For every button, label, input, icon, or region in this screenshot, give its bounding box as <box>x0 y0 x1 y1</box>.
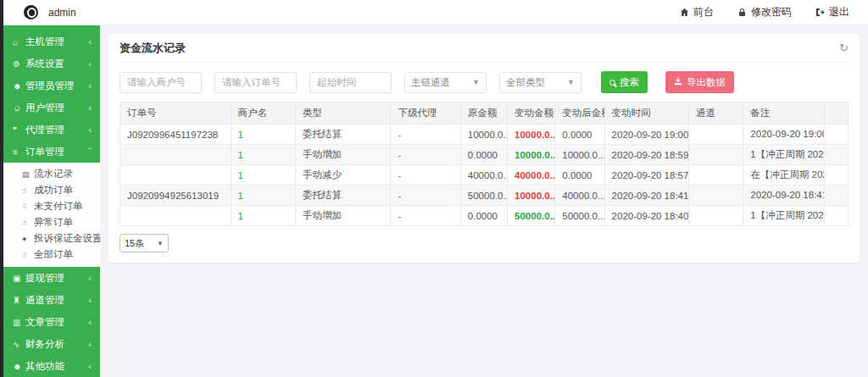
sidebar-subitem-complaint-deposit-settings[interactable]: ● 投诉保证金设置 <box>3 230 100 247</box>
cell-after: 0.0000 <box>555 165 604 186</box>
chevron-left-icon: ‹ <box>88 339 92 349</box>
table-row: 1 手动减少 - 40000.0... 40000.0... 0.0000 20… <box>120 165 849 186</box>
chevron-left-icon: ‹ <box>88 80 92 91</box>
chevron-down-icon: ▼ <box>567 78 575 86</box>
cell-order-no: J0920996451197238 <box>120 125 231 145</box>
sidebar-subitem-abnormal-orders[interactable]: ☝ 异常订单 <box>3 214 100 230</box>
topnav-logout[interactable]: 退出 <box>815 5 849 19</box>
sidebar-item-system-settings[interactable]: ⚙ 系统设置 ‹ <box>3 53 100 75</box>
sidebar-item-finance-analysis[interactable]: ∿ 财务分析 ‹ <box>3 333 100 355</box>
cell-channel <box>689 206 743 226</box>
chevron-left-icon: ‹ <box>88 317 92 327</box>
cell-agent: - <box>391 186 460 206</box>
comments-icon: ❞ <box>13 125 25 135</box>
topnav: 前台 修改密码 退出 <box>680 5 849 19</box>
sidebar-item-user-management[interactable]: ☺ 用户管理 ‹ <box>3 97 100 119</box>
sidebar-item-agent-management[interactable]: ❞ 代理管理 ‹ <box>3 119 100 141</box>
cell-agent: - <box>391 206 460 226</box>
order-no-input[interactable] <box>214 72 297 93</box>
chevron-down-icon: ˇ <box>88 147 92 157</box>
cell-empty <box>824 206 848 226</box>
brand: admin <box>24 5 76 19</box>
cell-before: 40000.0... <box>460 165 507 186</box>
topnav-logout-label: 退出 <box>829 5 849 19</box>
cell-order-no <box>120 206 231 226</box>
cell-merchant-link[interactable]: 1 <box>231 125 295 145</box>
sidebar-item-article-management[interactable]: ▥ 文章管理 ‹ <box>3 311 100 333</box>
logout-icon <box>815 8 825 17</box>
header-order-no: 订单号 <box>120 103 231 125</box>
chevron-left-icon: ‹ <box>88 36 92 47</box>
cell-merchant-link[interactable]: 1 <box>231 165 295 186</box>
book-icon: ▥ <box>13 318 25 327</box>
header-channel: 通道 <box>689 103 743 125</box>
cell-type: 委托结算 <box>295 125 391 145</box>
sidebar-item-other-functions[interactable]: ☻ 其他功能 ‹ <box>3 355 100 377</box>
header-remark: 备注 <box>743 103 824 125</box>
lock-icon <box>737 8 747 17</box>
cell-order-no <box>120 165 231 186</box>
export-icon <box>674 77 682 87</box>
cell-time: 2020-09-20 19:00:46 <box>604 125 688 145</box>
cell-channel <box>689 186 743 206</box>
user-icon: ☻ <box>13 362 25 371</box>
sidebar-item-order-management[interactable]: ≡ 订单管理 ˇ <box>3 141 100 163</box>
cell-channel <box>689 145 743 165</box>
cell-remark: 1【冲正周期 2020-09-20】 <box>743 206 824 226</box>
topbar: admin 前台 修改密码 退出 <box>3 0 868 25</box>
topnav-frontend-label: 前台 <box>693 5 714 19</box>
sidebar-item-withdraw-management[interactable]: ▣ 提现管理 ‹ <box>3 267 100 289</box>
header-merchant: 商户名 <box>231 103 295 125</box>
header-change: 变动金额 <box>508 103 555 125</box>
type-select[interactable]: 全部类型 ▼ <box>499 72 581 93</box>
home-icon: ⌂ <box>13 37 25 47</box>
topnav-frontend[interactable]: 前台 <box>680 5 714 19</box>
order-submenu: ▤ 流水记录 ☝ 成功订单 ☟ 未支付订单 ☝ 异常订单 ● 投诉保证金设置 ☝… <box>3 163 100 267</box>
cell-merchant-link[interactable]: 1 <box>231 145 295 165</box>
sidebar-item-channel-management[interactable]: ♜ 通道管理 ‹ <box>3 289 100 311</box>
cell-order-no <box>120 145 231 165</box>
search-button[interactable]: 搜索 <box>601 71 648 93</box>
start-time-input[interactable] <box>309 72 392 93</box>
table-row: J0920994925613019 1 委托结算 - 50000.0... 10… <box>120 186 849 206</box>
channel-select[interactable]: 主链通道 ▼ <box>404 72 487 93</box>
page-title: 资金流水记录 <box>120 41 186 56</box>
cell-after: 40000.0... <box>555 186 604 206</box>
chevron-left-icon: ‹ <box>88 295 92 305</box>
cell-change: 50000.0... <box>508 206 555 226</box>
header-before: 原金额 <box>460 103 507 125</box>
page-size-select[interactable]: 15条 ▼ <box>120 234 169 252</box>
cell-empty <box>824 165 848 186</box>
cell-merchant-link[interactable]: 1 <box>231 206 295 226</box>
cell-before: 0.0000 <box>460 206 507 226</box>
sidebar-item-admin-management[interactable]: ☻ 管理员管理 ‹ <box>3 75 100 97</box>
cell-time: 2020-09-20 18:41:32 <box>604 186 688 206</box>
cell-time: 2020-09-20 18:59:04 <box>604 145 688 165</box>
cell-type: 手动减少 <box>295 165 391 186</box>
chevron-down-icon: ▼ <box>472 78 480 86</box>
topnav-change-password[interactable]: 修改密码 <box>737 5 792 19</box>
sidebar-subitem-all-orders[interactable]: ☝ 全部订单 <box>3 247 100 263</box>
filter-bar: 主链通道 ▼ 全部类型 ▼ 搜索 导出数据 <box>120 71 849 93</box>
cell-agent: - <box>391 165 460 186</box>
thumbs-up-icon: ☝ <box>22 251 34 259</box>
sidebar-item-host-management[interactable]: ⌂ 主机管理 ‹ <box>3 30 100 53</box>
refresh-icon[interactable]: ↻ <box>839 42 849 53</box>
dot-icon: ● <box>22 235 34 243</box>
cell-after: 50000.0... <box>555 206 604 226</box>
sidebar-subitem-success-orders[interactable]: ☝ 成功订单 <box>3 182 100 198</box>
admin-user-icon: ☻ <box>13 81 25 91</box>
cell-type: 委托结算 <box>295 186 391 206</box>
cell-change: 10000.0... <box>508 186 555 206</box>
home-icon <box>680 8 689 17</box>
thumbs-down-icon: ☟ <box>22 202 34 211</box>
cell-merchant-link[interactable]: 1 <box>231 186 295 206</box>
export-button[interactable]: 导出数据 <box>665 71 734 93</box>
merchant-no-input[interactable] <box>120 72 202 93</box>
window-edge-strip <box>0 0 3 377</box>
chevron-left-icon: ‹ <box>88 58 92 69</box>
header-empty <box>824 103 848 125</box>
sidebar-subitem-unpaid-orders[interactable]: ☟ 未支付订单 <box>3 198 100 214</box>
sidebar-subitem-flow-records[interactable]: ▤ 流水记录 <box>3 166 100 182</box>
cell-before: 10000.0... <box>460 125 507 145</box>
